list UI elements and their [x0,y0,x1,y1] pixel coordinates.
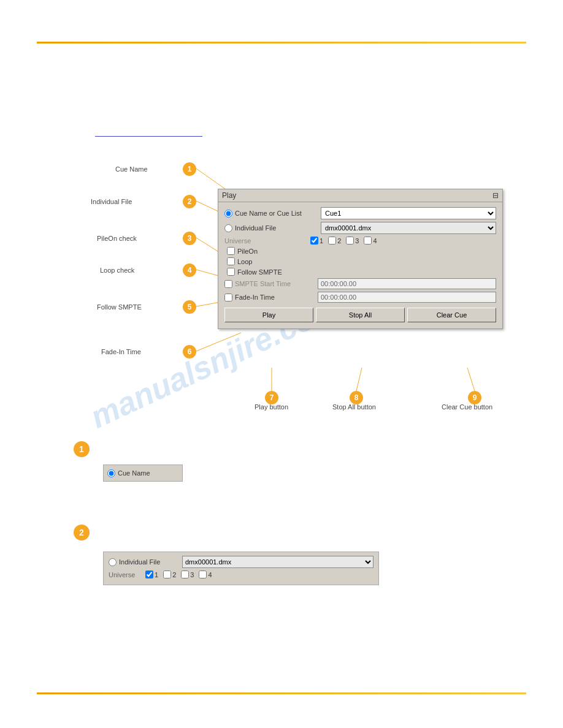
blue-underline [95,136,202,137]
stop-all-annotation: Stop All button [332,403,376,411]
indiv-universe-check-2[interactable]: 2 [163,571,176,578]
cue-name-select[interactable]: Cue1 [321,207,496,219]
universe-check-4[interactable]: 4 [364,237,377,245]
loop-label: Loop [237,258,252,265]
section-badge-2: 2 [74,525,90,540]
individual-file-label: Individual File [235,224,321,232]
indiv-file-section-label: Individual File [119,558,160,566]
individual-file-row: Individual File dmx00001.dmx [224,222,496,234]
dialog-titlebar: Play ⊟ [218,189,502,202]
clear-cue-annotation: Clear Cue button [442,403,492,411]
section-badge-1: 1 [74,441,90,457]
svg-line-7 [356,368,362,391]
svg-line-8 [467,368,475,391]
individual-file-select[interactable]: dmx00001.dmx [321,222,496,234]
individual-file-annotation: Individual File [91,198,132,205]
bottom-decorative-line [37,692,526,694]
follow-smpte-label: Follow SMPTE [237,268,282,276]
badge-8: 8 [350,391,363,404]
indiv-file-row: Individual File dmx00001.dmx [109,556,373,568]
universe-check-3[interactable]: 3 [346,237,359,245]
follow-smpte-annotation: Follow SMPTE [97,303,142,311]
stop-all-button[interactable]: Stop All [316,308,405,322]
play-dialog: Play ⊟ Cue Name or Cue List Cue1 Individ… [218,189,503,329]
indiv-file-section-select[interactable]: dmx00001.dmx [182,556,373,568]
top-decorative-line [37,42,526,44]
individual-file-radio[interactable] [224,224,232,232]
fade-in-checkbox[interactable] [224,294,232,301]
cue-name-annotation: Cue Name [115,165,148,173]
badge-6: 6 [183,345,196,358]
indiv-universe-row: Universe 1 2 3 4 [109,571,373,578]
follow-smpte-checkbox[interactable] [227,268,235,276]
universe-check-1[interactable]: 1 [310,237,323,245]
universe-checkboxes: 1 2 3 4 [310,237,377,245]
individual-file-section-box: Individual File dmx00001.dmx Universe 1 … [103,552,379,585]
indiv-universe-label: Universe [109,571,145,578]
cue-name-row: Cue Name or Cue List Cue1 [224,207,496,219]
smpte-start-row: SMPTE Start Time 00:00:00.00 [224,278,496,289]
pileon-checkbox[interactable] [227,247,235,255]
fade-in-annotation: Fade-In Time [101,348,141,355]
smpte-start-input[interactable]: 00:00:00.00 [318,278,496,289]
badge-1: 1 [183,162,196,176]
cue-name-section-box: Cue Name [103,464,183,482]
smpte-start-label: SMPTE Start Time [235,280,291,287]
cue-name-radio[interactable] [224,210,232,218]
fade-in-input[interactable]: 00:00:00.00 [318,292,496,303]
universe-label: Universe [224,237,310,245]
fade-in-label: Fade-In Time [235,294,275,301]
indiv-universe-check-4[interactable]: 4 [199,571,212,578]
indiv-universe-check-1[interactable]: 1 [145,571,158,578]
loop-row: Loop [224,257,496,265]
clear-cue-button[interactable]: Clear Cue [407,308,496,322]
pileon-annotation: PileOn check [97,235,137,242]
badge-2: 2 [183,195,196,208]
badge-9: 9 [468,391,481,404]
smpte-start-checkbox[interactable] [224,280,232,288]
cue-name-section-radio[interactable] [107,469,115,477]
indiv-file-section-radio[interactable] [109,558,117,566]
indiv-universe-check-3[interactable]: 3 [181,571,194,578]
indiv-universe-checkboxes: 1 2 3 4 [145,571,212,578]
universe-check-2[interactable]: 2 [328,237,341,245]
pileon-row: PileOn [224,247,496,255]
pileon-label: PileOn [237,248,258,255]
follow-smpte-row: Follow SMPTE [224,268,496,276]
universe-row: Universe 1 2 3 4 [224,237,496,245]
play-btn-annotation: Play button [255,403,288,411]
pin-icon[interactable]: ⊟ [492,191,499,200]
dialog-buttons: Play Stop All Clear Cue [224,308,496,322]
dialog-title: Play [222,191,236,200]
loop-annotation: Loop check [100,267,134,274]
badge-4: 4 [183,264,196,277]
loop-checkbox[interactable] [227,257,235,265]
cue-name-label: Cue Name or Cue List [235,210,321,217]
svg-line-5 [196,333,241,351]
play-button[interactable]: Play [224,308,313,322]
badge-7: 7 [265,391,278,404]
badge-5: 5 [183,300,196,314]
badge-3: 3 [183,232,196,245]
cue-name-section-label: Cue Name [118,469,150,477]
dialog-content: Cue Name or Cue List Cue1 Individual Fil… [218,202,502,328]
fade-in-row: Fade-In Time 00:00:00.00 [224,292,496,303]
